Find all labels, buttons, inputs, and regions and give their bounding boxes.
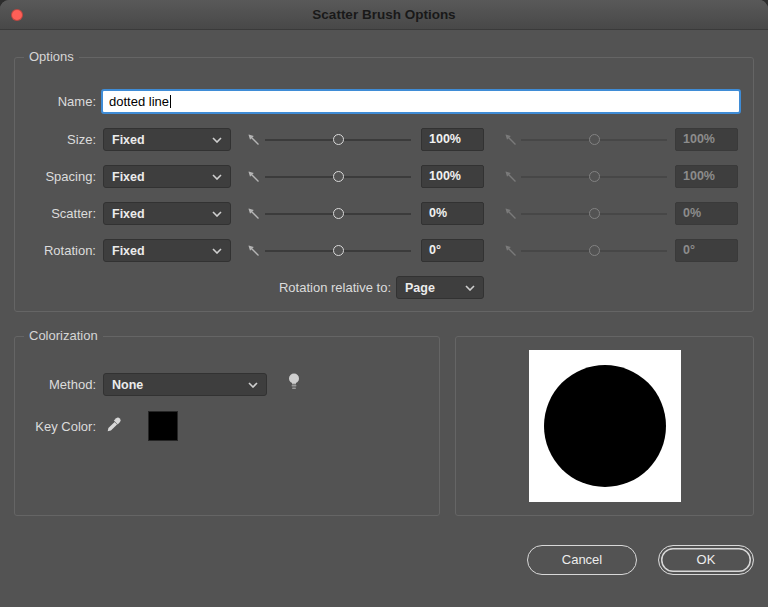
name-input-text: dotted line (109, 94, 169, 109)
chevron-down-icon (465, 285, 475, 291)
spacing-mode-dropdown[interactable]: Fixed (103, 165, 231, 188)
method-label: Method: (15, 373, 96, 396)
chevron-down-icon (212, 248, 222, 254)
diagonal-slider-icon (504, 244, 517, 257)
slider-thumb[interactable] (333, 208, 344, 219)
spacing-mode-value: Fixed (112, 170, 145, 184)
size-slider[interactable] (265, 133, 411, 146)
rotation-value-input[interactable]: 0° (421, 239, 484, 262)
size-mode-dropdown[interactable]: Fixed (103, 128, 231, 151)
slider-thumb (589, 208, 600, 219)
cancel-button[interactable]: Cancel (527, 545, 637, 575)
spacing-row: Spacing: Fixed 100% 100% (15, 165, 753, 188)
rotation-row: Rotation: Fixed 0° 0° (15, 239, 753, 262)
slider-thumb (589, 171, 600, 182)
slider-thumb (589, 134, 600, 145)
chevron-down-icon (212, 137, 222, 143)
colorization-group-legend: Colorization (24, 328, 103, 343)
ok-button[interactable]: OK (658, 545, 754, 575)
scatter-label: Scatter: (15, 202, 96, 225)
dialog-title: Scatter Brush Options (0, 0, 768, 30)
rotation-relative-value: Page (405, 281, 435, 295)
spacing-value-input[interactable]: 100% (421, 165, 484, 188)
size-value-input[interactable]: 100% (421, 128, 484, 151)
chevron-down-icon (248, 382, 258, 388)
key-color-swatch[interactable] (148, 411, 178, 441)
size-label: Size: (15, 128, 96, 151)
title-bar: Scatter Brush Options (0, 0, 768, 30)
rotation-relative-dropdown[interactable]: Page (396, 276, 484, 299)
diagonal-slider-icon (504, 207, 517, 220)
rotation-slider[interactable] (265, 244, 411, 257)
scatter-brush-options-dialog: Scatter Brush Options Options Name: dott… (0, 0, 768, 607)
brush-preview-canvas (529, 350, 681, 502)
name-label: Name: (15, 89, 96, 114)
options-group-legend: Options (24, 49, 79, 64)
method-dropdown[interactable]: None (103, 373, 267, 396)
spacing-label: Spacing: (15, 165, 96, 188)
rotation-mode-value: Fixed (112, 244, 145, 258)
method-value: None (112, 378, 143, 392)
brush-preview-dot (544, 365, 666, 487)
slider-thumb[interactable] (333, 134, 344, 145)
diagonal-slider-icon (247, 207, 260, 220)
rotation-label: Rotation: (15, 239, 96, 262)
name-row: Name: dotted line (15, 89, 753, 114)
slider-thumb (589, 245, 600, 256)
slider-thumb[interactable] (333, 245, 344, 256)
rotation-relative-row: Rotation relative to: Page (15, 276, 753, 299)
diagonal-slider-icon (247, 170, 260, 183)
lightbulb-icon[interactable] (287, 372, 301, 392)
slider-thumb[interactable] (333, 171, 344, 182)
scatter-variation-slider (521, 207, 667, 220)
eyedropper-icon[interactable] (105, 416, 123, 434)
diagonal-slider-icon (504, 170, 517, 183)
rotation-variation-slider (521, 244, 667, 257)
rotation-mode-dropdown[interactable]: Fixed (103, 239, 231, 262)
scatter-row: Scatter: Fixed 0% 0% (15, 202, 753, 225)
text-caret (170, 95, 171, 108)
diagonal-slider-icon (504, 133, 517, 146)
brush-preview-panel (455, 336, 754, 516)
diagonal-slider-icon (247, 244, 260, 257)
spacing-variation-slider (521, 170, 667, 183)
key-color-label: Key Color: (15, 415, 96, 438)
chevron-down-icon (212, 211, 222, 217)
name-input[interactable]: dotted line (101, 89, 741, 114)
rotation-relative-label: Rotation relative to: (165, 276, 391, 299)
scatter-value-input[interactable]: 0% (421, 202, 484, 225)
colorization-group: Colorization Method: None Key Color: (14, 336, 440, 516)
size-variation-input: 100% (675, 128, 738, 151)
scatter-slider[interactable] (265, 207, 411, 220)
spacing-variation-input: 100% (675, 165, 738, 188)
scatter-mode-dropdown[interactable]: Fixed (103, 202, 231, 225)
options-group: Options Name: dotted line Size: Fixed 10… (14, 57, 754, 312)
spacing-slider[interactable] (265, 170, 411, 183)
rotation-variation-input: 0° (675, 239, 738, 262)
size-variation-slider (521, 133, 667, 146)
scatter-mode-value: Fixed (112, 207, 145, 221)
scatter-variation-input: 0% (675, 202, 738, 225)
diagonal-slider-icon (247, 133, 260, 146)
size-row: Size: Fixed 100% 100% (15, 128, 753, 151)
size-mode-value: Fixed (112, 133, 145, 147)
chevron-down-icon (212, 174, 222, 180)
